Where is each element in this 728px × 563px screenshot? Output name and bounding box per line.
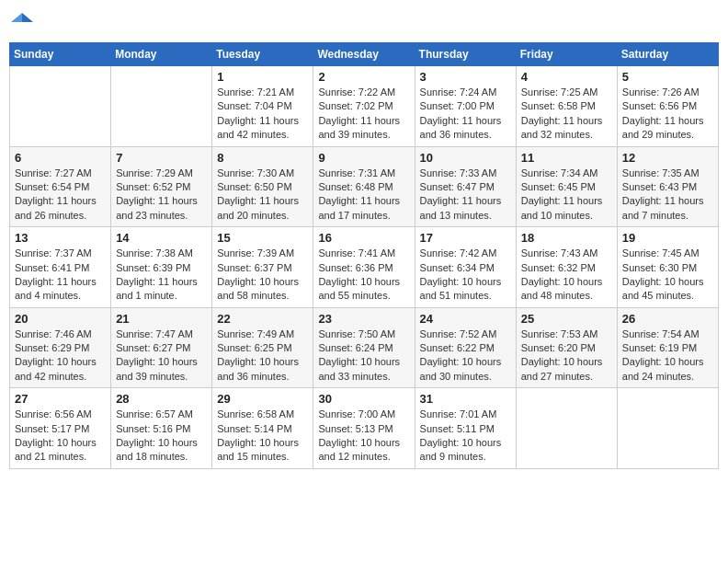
daylight-label: Daylight: 10 hours and 30 minutes. xyxy=(420,356,502,381)
sunset-label: Sunset: 5:13 PM xyxy=(318,423,392,434)
day-number: 8 xyxy=(217,151,308,165)
daylight-label: Daylight: 11 hours and 29 minutes. xyxy=(622,115,704,140)
daylight-label: Daylight: 11 hours and 20 minutes. xyxy=(217,195,299,220)
sunrise-label: Sunrise: 7:47 AM xyxy=(116,328,193,339)
day-number: 27 xyxy=(15,392,106,406)
sunrise-label: Sunrise: 7:46 AM xyxy=(15,328,92,339)
day-number: 30 xyxy=(318,392,409,406)
daylight-label: Daylight: 10 hours and 24 minutes. xyxy=(622,356,704,381)
day-number: 28 xyxy=(116,392,207,406)
day-info: Sunrise: 7:42 AM Sunset: 6:34 PM Dayligh… xyxy=(420,247,511,304)
day-number: 5 xyxy=(622,70,713,84)
daylight-label: Daylight: 11 hours and 42 minutes. xyxy=(217,115,299,140)
day-header-sunday: Sunday xyxy=(10,43,111,66)
daylight-label: Daylight: 10 hours and 18 minutes. xyxy=(116,437,198,462)
calendar-cell: 30 Sunrise: 7:00 AM Sunset: 5:13 PM Dayl… xyxy=(313,388,415,469)
daylight-label: Daylight: 10 hours and 39 minutes. xyxy=(116,356,198,381)
sunrise-label: Sunrise: 7:41 AM xyxy=(318,247,395,259)
calendar-cell: 2 Sunrise: 7:22 AM Sunset: 7:02 PM Dayli… xyxy=(313,66,415,147)
day-info: Sunrise: 7:27 AM Sunset: 6:54 PM Dayligh… xyxy=(15,167,106,224)
sunset-label: Sunset: 6:48 PM xyxy=(318,181,392,192)
sunset-label: Sunset: 6:32 PM xyxy=(521,262,596,273)
sunrise-label: Sunrise: 6:58 AM xyxy=(217,408,294,419)
calendar-cell: 29 Sunrise: 6:58 AM Sunset: 5:14 PM Dayl… xyxy=(212,388,313,469)
day-number: 15 xyxy=(217,231,308,245)
calendar-cell: 21 Sunrise: 7:47 AM Sunset: 6:27 PM Dayl… xyxy=(111,307,212,388)
calendar-cell: 1 Sunrise: 7:21 AM Sunset: 7:04 PM Dayli… xyxy=(212,66,313,147)
daylight-label: Daylight: 11 hours and 13 minutes. xyxy=(420,195,502,220)
day-header-friday: Friday xyxy=(516,43,617,66)
sunrise-label: Sunrise: 7:31 AM xyxy=(318,167,395,178)
day-number: 11 xyxy=(521,151,612,165)
sunrise-label: Sunrise: 7:30 AM xyxy=(217,167,294,178)
day-number: 9 xyxy=(318,151,409,165)
sunrise-label: Sunrise: 7:54 AM xyxy=(622,328,700,339)
day-number: 22 xyxy=(217,312,308,326)
calendar-cell: 11 Sunrise: 7:34 AM Sunset: 6:45 PM Dayl… xyxy=(516,146,617,227)
sunset-label: Sunset: 6:29 PM xyxy=(15,342,89,353)
calendar-cell: 8 Sunrise: 7:30 AM Sunset: 6:50 PM Dayli… xyxy=(212,146,313,227)
daylight-label: Daylight: 10 hours and 21 minutes. xyxy=(15,437,97,462)
calendar-week-row: 13 Sunrise: 7:37 AM Sunset: 6:41 PM Dayl… xyxy=(10,227,719,308)
daylight-label: Daylight: 11 hours and 10 minutes. xyxy=(521,195,603,220)
calendar-cell: 9 Sunrise: 7:31 AM Sunset: 6:48 PM Dayli… xyxy=(313,146,415,227)
calendar-cell: 19 Sunrise: 7:45 AM Sunset: 6:30 PM Dayl… xyxy=(617,227,718,308)
day-number: 14 xyxy=(116,231,207,245)
calendar-cell: 13 Sunrise: 7:37 AM Sunset: 6:41 PM Dayl… xyxy=(10,227,111,308)
sunset-label: Sunset: 6:43 PM xyxy=(622,181,697,192)
sunrise-label: Sunrise: 7:21 AM xyxy=(217,86,294,98)
day-number: 21 xyxy=(116,312,207,326)
day-number: 13 xyxy=(15,231,106,245)
day-header-tuesday: Tuesday xyxy=(212,43,313,66)
sunrise-label: Sunrise: 6:57 AM xyxy=(116,408,193,419)
day-info: Sunrise: 7:38 AM Sunset: 6:39 PM Dayligh… xyxy=(116,247,207,304)
daylight-label: Daylight: 10 hours and 42 minutes. xyxy=(15,356,97,381)
day-info: Sunrise: 7:21 AM Sunset: 7:04 PM Dayligh… xyxy=(217,86,308,143)
sunset-label: Sunset: 6:34 PM xyxy=(420,262,495,273)
sunset-label: Sunset: 6:22 PM xyxy=(420,342,495,353)
calendar-cell: 27 Sunrise: 6:56 AM Sunset: 5:17 PM Dayl… xyxy=(10,388,111,469)
calendar-header-row: SundayMondayTuesdayWednesdayThursdayFrid… xyxy=(10,43,719,66)
day-number: 1 xyxy=(217,70,308,84)
page-header xyxy=(9,9,719,35)
day-number: 25 xyxy=(521,312,612,326)
calendar-cell: 22 Sunrise: 7:49 AM Sunset: 6:25 PM Dayl… xyxy=(212,307,313,388)
sunrise-label: Sunrise: 7:49 AM xyxy=(217,328,294,339)
day-info: Sunrise: 6:58 AM Sunset: 5:14 PM Dayligh… xyxy=(217,408,308,465)
sunset-label: Sunset: 6:24 PM xyxy=(318,342,392,353)
sunrise-label: Sunrise: 7:33 AM xyxy=(420,167,497,178)
daylight-label: Daylight: 10 hours and 15 minutes. xyxy=(217,437,299,462)
day-info: Sunrise: 7:45 AM Sunset: 6:30 PM Dayligh… xyxy=(622,247,713,304)
day-number: 29 xyxy=(217,392,308,406)
day-number: 2 xyxy=(318,70,409,84)
sunrise-label: Sunrise: 7:00 AM xyxy=(318,408,395,419)
day-info: Sunrise: 7:43 AM Sunset: 6:32 PM Dayligh… xyxy=(521,247,612,304)
day-number: 18 xyxy=(521,231,612,245)
day-number: 26 xyxy=(622,312,713,326)
calendar-cell: 28 Sunrise: 6:57 AM Sunset: 5:16 PM Dayl… xyxy=(111,388,212,469)
calendar-cell: 16 Sunrise: 7:41 AM Sunset: 6:36 PM Dayl… xyxy=(313,227,415,308)
day-info: Sunrise: 7:00 AM Sunset: 5:13 PM Dayligh… xyxy=(318,408,409,465)
day-info: Sunrise: 7:53 AM Sunset: 6:20 PM Dayligh… xyxy=(521,327,612,385)
sunrise-label: Sunrise: 7:01 AM xyxy=(420,408,497,419)
day-info: Sunrise: 7:24 AM Sunset: 7:00 PM Dayligh… xyxy=(420,86,511,143)
sunset-label: Sunset: 6:19 PM xyxy=(622,342,697,353)
sunrise-label: Sunrise: 7:22 AM xyxy=(318,86,395,98)
sunrise-label: Sunrise: 7:42 AM xyxy=(420,247,497,259)
daylight-label: Daylight: 10 hours and 27 minutes. xyxy=(521,356,603,381)
day-info: Sunrise: 7:01 AM Sunset: 5:11 PM Dayligh… xyxy=(420,408,511,465)
sunrise-label: Sunrise: 7:37 AM xyxy=(15,247,92,259)
day-number: 7 xyxy=(116,151,207,165)
calendar-cell xyxy=(516,388,617,469)
sunset-label: Sunset: 7:02 PM xyxy=(318,100,392,111)
calendar-week-row: 20 Sunrise: 7:46 AM Sunset: 6:29 PM Dayl… xyxy=(10,307,719,388)
calendar-cell: 12 Sunrise: 7:35 AM Sunset: 6:43 PM Dayl… xyxy=(617,146,718,227)
daylight-label: Daylight: 11 hours and 1 minute. xyxy=(116,276,198,301)
day-info: Sunrise: 7:49 AM Sunset: 6:25 PM Dayligh… xyxy=(217,327,308,385)
sunrise-label: Sunrise: 7:26 AM xyxy=(622,86,700,98)
calendar-cell: 25 Sunrise: 7:53 AM Sunset: 6:20 PM Dayl… xyxy=(516,307,617,388)
calendar-cell: 18 Sunrise: 7:43 AM Sunset: 6:32 PM Dayl… xyxy=(516,227,617,308)
sunset-label: Sunset: 6:20 PM xyxy=(521,342,596,353)
calendar-cell: 26 Sunrise: 7:54 AM Sunset: 6:19 PM Dayl… xyxy=(617,307,718,388)
day-number: 12 xyxy=(622,151,713,165)
